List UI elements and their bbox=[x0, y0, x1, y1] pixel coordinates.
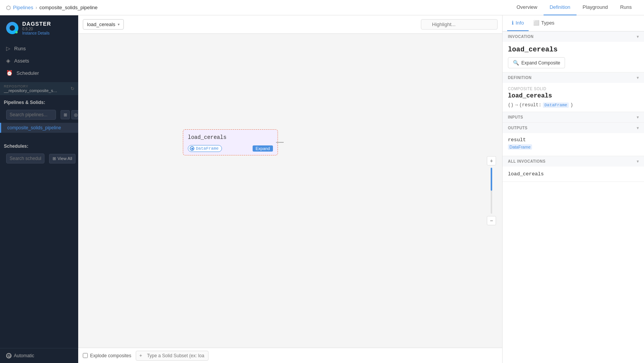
explode-composites-checkbox[interactable] bbox=[83, 353, 88, 358]
all-invocations-section-header: ALL INVOCATIONS ▾ bbox=[503, 156, 644, 167]
tab-runs[interactable]: Runs bbox=[614, 0, 638, 15]
expand-composite-icon: 🔍 bbox=[513, 60, 519, 66]
invocation-section-label: INVOCATION bbox=[508, 35, 534, 39]
sidebar-nav: ▷ Runs ◈ Assets ⏰ Scheduler bbox=[0, 39, 78, 82]
pipeline-view-btn-1[interactable]: ⊞ bbox=[61, 110, 70, 119]
invocation-list-item[interactable]: load_cereals bbox=[508, 170, 639, 178]
invocation-section-header: INVOCATION ▾ bbox=[503, 31, 644, 42]
pipeline-item-composite[interactable]: composite_solids_pipeline bbox=[0, 123, 78, 133]
logo-icon bbox=[6, 22, 18, 34]
invocation-chevron-icon: ▾ bbox=[637, 35, 639, 39]
solid-select-value: load_cereals bbox=[87, 21, 115, 27]
output-pill[interactable]: DataFrame bbox=[188, 145, 222, 152]
zoom-out-button[interactable]: − bbox=[487, 216, 496, 225]
search-schedules-input[interactable] bbox=[6, 153, 44, 163]
logo-status-dot bbox=[15, 31, 18, 33]
zoom-slider[interactable] bbox=[491, 168, 492, 214]
schedules-section-label: Schedules: bbox=[0, 142, 78, 150]
view-all-icon: ⊞ bbox=[53, 156, 56, 161]
outputs-section-label: OUTPUTS bbox=[508, 126, 527, 130]
highlight-wrapper: 🔍 bbox=[421, 19, 498, 30]
outputs-chevron-icon: ▾ bbox=[637, 126, 639, 130]
right-panel-tabs: ℹ Info ⬜ Types bbox=[503, 15, 644, 31]
node-title: load_cereals bbox=[188, 134, 273, 140]
type-signature: () → (result: DataFrame ) bbox=[508, 102, 639, 108]
output-result-type[interactable]: DataFrame bbox=[508, 144, 532, 150]
outputs-content: result DataFrame bbox=[503, 133, 644, 156]
automatic-label: Automatic bbox=[14, 353, 34, 358]
bottom-bar: Explode composites ✦ bbox=[78, 348, 502, 363]
search-pipelines-input[interactable] bbox=[6, 110, 56, 120]
toolbar: load_cereals ▾ 🔍 bbox=[78, 15, 502, 34]
main-layout: DAGSTER 0.9.20 Instance Details ▷ Runs ◈… bbox=[0, 15, 644, 363]
tab-definition[interactable]: Definition bbox=[544, 0, 577, 15]
repo-name: __repository_composite_solid: bbox=[4, 88, 58, 93]
breadcrumb: ⬡ Pipelines › composite_solids_pipeline bbox=[6, 5, 498, 11]
pipeline-search-row: ⊞ ◎ bbox=[0, 107, 78, 123]
center-area: load_cereals ▾ 🔍 load_cereals bbox=[78, 15, 502, 363]
definition-content: Composite Solid load_cereals () → (resul… bbox=[503, 83, 644, 112]
definition-section-header: DEFINITION ▾ bbox=[503, 73, 644, 83]
types-tab-label: Types bbox=[541, 20, 555, 26]
subset-input-wrapper: ✦ bbox=[136, 351, 498, 361]
tab-playground[interactable]: Playground bbox=[577, 0, 614, 15]
sidebar: DAGSTER 0.9.20 Instance Details ▷ Runs ◈… bbox=[0, 15, 78, 363]
inputs-chevron-icon: ▾ bbox=[637, 115, 639, 119]
definition-section: DEFINITION ▾ Composite Solid load_cereal… bbox=[503, 73, 644, 112]
inputs-section-header: INPUTS ▾ bbox=[503, 112, 644, 122]
instance-details-link[interactable]: Instance Details bbox=[22, 31, 51, 35]
subset-icon: ✦ bbox=[139, 353, 143, 358]
def-subtitle: Composite Solid bbox=[508, 87, 639, 91]
outputs-section-header: OUTPUTS ▾ bbox=[503, 123, 644, 133]
expand-composite-button[interactable]: 🔍 Expand Composite bbox=[508, 57, 565, 68]
node-output-row: DataFrame Expand bbox=[188, 145, 273, 152]
sidebar-runs-label: Runs bbox=[14, 46, 26, 51]
load-cereals-node[interactable]: load_cereals DataFrame Expand bbox=[183, 129, 278, 155]
output-type-label: DataFrame bbox=[196, 146, 219, 151]
right-panel: ℹ Info ⬜ Types INVOCATION ▾ load_cereals… bbox=[502, 15, 644, 363]
repo-bar: REPOSITORY __repository_composite_solid:… bbox=[0, 82, 78, 95]
info-icon: ℹ bbox=[512, 20, 514, 26]
invocation-content: load_cereals 🔍 Expand Composite bbox=[503, 42, 644, 72]
view-all-label: View All bbox=[58, 156, 72, 161]
sidebar-item-scheduler[interactable]: ⏰ Scheduler bbox=[0, 67, 78, 79]
solid-selector[interactable]: load_cereals ▾ bbox=[83, 19, 124, 30]
tab-overview[interactable]: Overview bbox=[510, 0, 543, 15]
def-name: load_cereals bbox=[508, 92, 639, 99]
sidebar-item-assets[interactable]: ◈ Assets bbox=[0, 54, 78, 67]
repo-refresh-icon[interactable]: ↻ bbox=[71, 86, 74, 91]
sig-paren-close: ) bbox=[570, 102, 573, 108]
right-tab-types[interactable]: ⬜ Types bbox=[529, 15, 559, 31]
definition-chevron-icon: ▾ bbox=[637, 76, 639, 80]
inputs-section-label: INPUTS bbox=[508, 115, 523, 119]
all-invocations-chevron-icon: ▾ bbox=[637, 159, 639, 163]
automatic-icon: ⏻ bbox=[6, 353, 12, 358]
pipeline-view-btn-2[interactable]: ◎ bbox=[71, 110, 78, 119]
zoom-in-button[interactable]: + bbox=[487, 156, 496, 165]
expand-composite-label: Expand Composite bbox=[521, 60, 560, 66]
logo-inner bbox=[10, 25, 15, 31]
app-title: DAGSTER bbox=[22, 21, 51, 27]
scheduler-icon: ⏰ bbox=[6, 70, 13, 76]
sig-arrow: → bbox=[515, 102, 518, 108]
info-tab-label: Info bbox=[516, 20, 524, 26]
breadcrumb-separator: › bbox=[36, 5, 37, 10]
all-invocations-content: load_cereals bbox=[503, 167, 644, 182]
breadcrumb-pipelines-link[interactable]: Pipelines bbox=[13, 5, 33, 10]
pipelines-section: Pipelines & Solids: ⊞ ◎ composite_solids… bbox=[0, 95, 78, 136]
breadcrumb-pipeline-name: composite_solids_pipeline bbox=[39, 5, 98, 10]
right-tab-info[interactable]: ℹ Info bbox=[507, 15, 529, 31]
solid-subset-input[interactable] bbox=[136, 351, 209, 361]
automatic-badge[interactable]: ⏻ Automatic bbox=[6, 353, 72, 358]
sig-type-link[interactable]: DataFrame bbox=[543, 102, 568, 108]
zoom-thumb bbox=[491, 168, 492, 191]
node-expand-button[interactable]: Expand bbox=[253, 145, 273, 152]
types-icon: ⬜ bbox=[533, 20, 539, 26]
view-all-button[interactable]: ⊞ View All bbox=[49, 154, 76, 163]
explode-composites-checkbox-label[interactable]: Explode composites bbox=[83, 353, 131, 358]
chevron-down-icon: ▾ bbox=[118, 22, 120, 26]
highlight-input[interactable] bbox=[421, 19, 498, 30]
inputs-section: INPUTS ▾ bbox=[503, 112, 644, 123]
pipeline-canvas[interactable]: load_cereals DataFrame Expand bbox=[78, 34, 502, 348]
sidebar-item-runs[interactable]: ▷ Runs bbox=[0, 42, 78, 54]
